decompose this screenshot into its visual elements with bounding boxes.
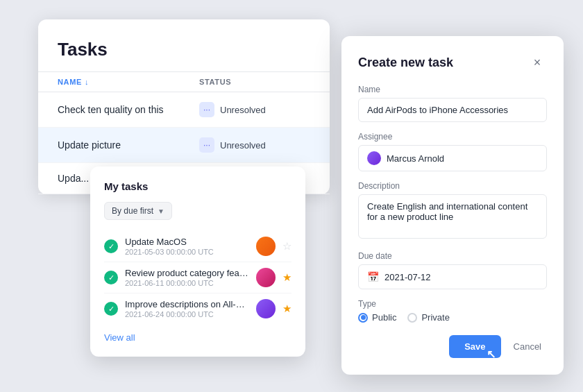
type-label: Type [358,299,547,309]
status-text: Unresolved [220,140,266,151]
assignee-avatar [367,151,381,165]
cancel-button[interactable]: Cancel [508,335,547,358]
create-task-modal: Create new task × Name Assignee Marcus A… [341,36,564,375]
list-item[interactable]: ✓ Review product category featu... 2021-… [104,262,292,293]
task-item-date: 2021-05-03 00:00:00 UTC [125,248,249,256]
name-field-group: Name [358,85,547,122]
task-name: Check ten quality on this [58,104,199,115]
task-item-name: Update MacOS [125,237,249,247]
list-item[interactable]: ✓ Update MacOS 2021-05-03 00:00:00 UTC ☆ [104,231,292,262]
task-name: Update picture [58,139,199,151]
filter-button[interactable]: By due first ▼ [104,202,172,220]
star-icon[interactable]: ★ [282,271,292,284]
my-tasks-title: My tasks [104,180,292,192]
table-row[interactable]: Check ten quality on this ··· Unresolved [38,92,330,128]
view-all-link[interactable]: View all [104,332,292,343]
task-item-name: Improve descriptions on All-m... [125,299,249,309]
task-info: Review product category featu... 2021-06… [125,268,249,287]
my-tasks-panel: My tasks By due first ▼ ✓ Update MacOS 2… [90,167,305,357]
task-item-date: 2021-06-24 00:00:00 UTC [125,310,249,318]
task-name-partial: Upda... [58,173,89,184]
table-row[interactable]: Update picture ··· Unresolved [38,128,330,163]
avatar [256,299,276,318]
list-item[interactable]: ✓ Improve descriptions on All-m... 2021-… [104,293,292,324]
due-date-value: 2021-07-12 [385,272,431,282]
due-date-field[interactable]: 📅 2021-07-12 [358,264,547,289]
description-label: Description [358,181,547,191]
modal-header: Create new task × [358,53,547,72]
status-icon: ··· [199,137,214,153]
assignee-field-group: Assignee Marcus Arnold [358,132,547,171]
sort-arrow-icon: ↓ [85,78,89,86]
check-icon: ✓ [104,271,118,284]
table-header: NAME ↓ STATUS [38,71,330,92]
col-name-header[interactable]: NAME ↓ [58,78,199,86]
chevron-down-icon: ▼ [158,207,164,215]
radio-private-label: Private [421,312,449,323]
radio-public-label: Public [372,312,396,323]
name-input[interactable] [358,98,547,122]
status-text: Unresolved [220,105,266,115]
due-date-label: Due date [358,251,547,261]
task-item-name: Review product category featu... [125,268,249,278]
task-status-cell: ··· Unresolved [199,102,310,117]
radio-inner-public [361,315,366,320]
close-button[interactable]: × [527,53,547,72]
check-icon: ✓ [104,239,118,253]
description-field-group: Description Create English and internati… [358,181,547,241]
cursor-indicator: ↖ [487,348,496,361]
modal-actions: Save ↖ Cancel [358,335,547,358]
save-button[interactable]: Save ↖ [449,335,500,358]
star-icon[interactable]: ☆ [282,240,292,253]
name-label: Name [358,85,547,94]
type-options: Public Private [358,312,547,323]
col-status-header: STATUS [199,78,310,86]
radio-circle-private [407,313,417,323]
star-icon[interactable]: ★ [282,302,292,315]
filter-bar: By due first ▼ [104,202,292,220]
calendar-icon: 📅 [367,271,379,282]
assignee-field[interactable]: Marcus Arnold [358,145,547,171]
tasks-panel-title: Tasks [38,39,330,71]
task-status-cell: ··· Unresolved [199,137,310,153]
type-field-group: Type Public Private [358,299,547,323]
task-info: Update MacOS 2021-05-03 00:00:00 UTC [125,237,249,256]
assignee-name: Marcus Arnold [387,153,444,164]
avatar [256,237,276,256]
modal-title: Create new task [358,56,453,70]
radio-private[interactable]: Private [407,312,449,323]
filter-label: By due first [112,206,153,216]
due-date-field-group: Due date 📅 2021-07-12 [358,251,547,289]
task-item-date: 2021-06-11 00:00:00 UTC [125,279,249,287]
description-input[interactable]: Create English and international content… [358,194,547,239]
avatar [256,268,276,287]
task-info: Improve descriptions on All-m... 2021-06… [125,299,249,318]
status-icon: ··· [199,102,214,117]
check-icon: ✓ [104,302,118,316]
assignee-label: Assignee [358,132,547,142]
radio-public[interactable]: Public [358,312,396,323]
radio-circle-public [358,313,368,323]
